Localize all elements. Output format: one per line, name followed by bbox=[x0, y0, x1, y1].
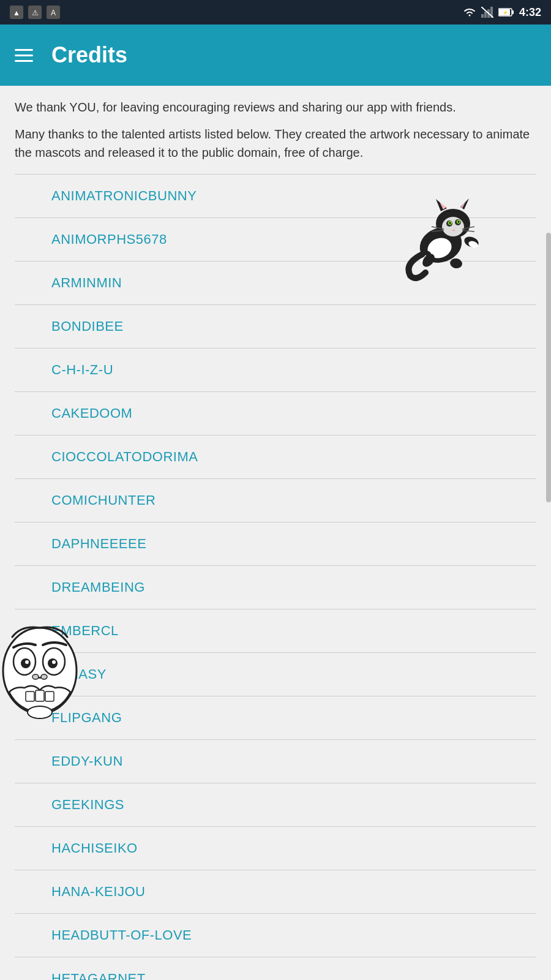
svg-rect-51 bbox=[45, 692, 54, 701]
credits-list-item[interactable]: HACHISEIKO bbox=[15, 826, 536, 870]
battery-icon: ⚡ bbox=[498, 8, 514, 17]
credits-list-item[interactable]: C-H-I-Z-U bbox=[15, 348, 536, 391]
credits-list-item[interactable]: CIOCCOLATODORIMA bbox=[15, 435, 536, 478]
status-bar-system: ⚡ 4:32 bbox=[463, 6, 541, 19]
credits-list-item[interactable]: HETAGARNET bbox=[15, 957, 536, 980]
app-bar: Credits bbox=[0, 24, 551, 86]
svg-point-48 bbox=[41, 674, 47, 679]
wifi-icon bbox=[463, 7, 476, 18]
svg-point-18 bbox=[442, 217, 464, 236]
svg-point-45 bbox=[25, 660, 29, 664]
status-bar-notifications: ▲ ⚠ A bbox=[10, 6, 60, 19]
svg-point-28 bbox=[458, 221, 460, 223]
credits-list: ANIMATRONICBUNNYANIMORPHS5678ARMINMINBON… bbox=[15, 174, 536, 980]
svg-rect-12 bbox=[512, 10, 514, 14]
credits-list-item[interactable]: FLIPGANG bbox=[15, 696, 536, 739]
svg-text:⚠: ⚠ bbox=[32, 9, 39, 17]
credits-list-item[interactable]: COMICHUNTER bbox=[15, 478, 536, 522]
status-time: 4:32 bbox=[519, 6, 541, 19]
notification-icon-3: A bbox=[47, 6, 60, 19]
credits-list-item[interactable]: BONDIBEE bbox=[15, 304, 536, 348]
credits-list-item[interactable]: DREAMBEING bbox=[15, 565, 536, 609]
svg-point-47 bbox=[32, 674, 39, 679]
hamburger-line-3 bbox=[15, 60, 33, 62]
hamburger-menu-button[interactable] bbox=[15, 49, 33, 62]
scrollbar[interactable] bbox=[546, 233, 551, 502]
troll-mascot bbox=[0, 622, 80, 720]
svg-rect-7 bbox=[484, 12, 487, 18]
hamburger-line-1 bbox=[15, 49, 33, 51]
intro-text-2: Many thanks to the talented artists list… bbox=[15, 125, 536, 162]
credits-list-item[interactable]: DAPHNEEEEE bbox=[15, 522, 536, 565]
svg-point-39 bbox=[449, 257, 463, 269]
svg-point-46 bbox=[52, 660, 56, 664]
credits-list-item[interactable]: HANA-KEIJOU bbox=[15, 870, 536, 913]
svg-text:A: A bbox=[51, 9, 56, 17]
signal-icon bbox=[481, 7, 493, 18]
credits-list-item[interactable]: FANASY bbox=[15, 652, 536, 696]
svg-text:⚡: ⚡ bbox=[502, 10, 508, 15]
svg-point-27 bbox=[449, 222, 451, 224]
hamburger-line-2 bbox=[15, 55, 33, 56]
svg-text:▲: ▲ bbox=[13, 9, 20, 17]
cat-mascot bbox=[392, 184, 490, 282]
notification-icon-2: ⚠ bbox=[28, 6, 42, 19]
svg-point-52 bbox=[28, 706, 52, 718]
page-title: Credits bbox=[51, 42, 127, 68]
intro-text-1: We thank YOU, for leaving encouraging re… bbox=[15, 98, 536, 116]
cat-mascot-svg bbox=[392, 184, 490, 282]
main-content: We thank YOU, for leaving encouraging re… bbox=[0, 86, 551, 980]
notification-icon-1: ▲ bbox=[10, 6, 23, 19]
svg-marker-21 bbox=[460, 198, 469, 209]
credits-list-item[interactable]: EMBERCL bbox=[15, 609, 536, 652]
credits-list-item[interactable]: HEADBUTT-OF-LOVE bbox=[15, 913, 536, 957]
status-bar: ▲ ⚠ A ⚡ 4:3 bbox=[0, 0, 551, 24]
svg-rect-49 bbox=[26, 692, 34, 701]
credits-list-item[interactable]: EDDY-KUN bbox=[15, 739, 536, 783]
credits-list-item[interactable]: GEEKINGS bbox=[15, 783, 536, 826]
svg-rect-50 bbox=[36, 690, 44, 701]
troll-face-svg bbox=[0, 622, 80, 720]
svg-rect-6 bbox=[481, 14, 484, 18]
credits-list-item[interactable]: CAKEDOOM bbox=[15, 391, 536, 435]
